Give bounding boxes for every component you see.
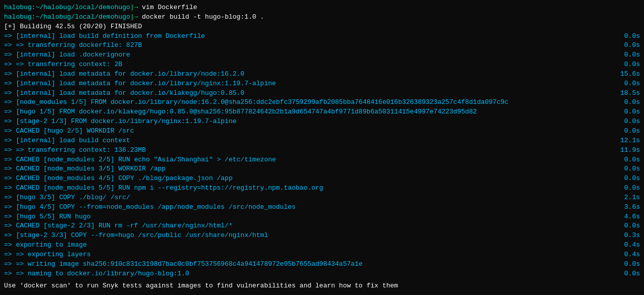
- line-step-10: => [stage-2 1/3] FROM docker.io/library/…: [4, 117, 640, 127]
- line-step-23: => exporting to image 0.4s: [4, 241, 640, 250]
- step-text-8: => [node_modules 1/5] FROM docker.io/lib…: [4, 98, 612, 107]
- time-step-9: 0.0s: [620, 107, 640, 117]
- step-text-16: => CACHED [node_modules 4/5] COPY ./blog…: [4, 174, 612, 184]
- line-step-5: => [internal] load metadata for docker.i…: [4, 70, 640, 79]
- time-step-2: 0.0s: [620, 41, 640, 50]
- step-text-25: => => writing image sha256:910c831c3198d…: [4, 260, 612, 269]
- time-step-16: 0.0s: [620, 174, 640, 184]
- step-text-21: => CACHED [stage-2 2/3] RUN rm -rf /usr/…: [4, 221, 612, 231]
- time-step-7: 18.5s: [620, 89, 640, 98]
- footer-text: Use 'docker scan' to run Snyk tests agai…: [4, 281, 398, 291]
- line-step-17: => CACHED [node_modules 5/5] RUN npm i -…: [4, 184, 640, 193]
- line-step-4: => => transferring context: 2B 0.0s: [4, 60, 640, 70]
- line-build-header: [+] Building 42.5s (20/20) FINISHED: [4, 22, 640, 32]
- step-text-13: => => transferring context: 136.23MB: [4, 146, 612, 155]
- line-step-12: => [internal] load build context 12.1s: [4, 136, 640, 146]
- line-step-8: => [node_modules 1/5] FROM docker.io/lib…: [4, 98, 640, 107]
- line-step-22: => [stage-2 3/3] COPY --from=hugo /src/p…: [4, 231, 640, 241]
- step-text-1: => [internal] load build definition from…: [4, 32, 612, 41]
- step-text-11: => CACHED [hugo 2/5] WORKDIR /src: [4, 127, 612, 136]
- step-text-18: => [hugo 3/5] COPY ./blog/ /src/: [4, 193, 612, 203]
- cmd-2: docker build -t hugo-blog:1.0 .: [138, 13, 264, 21]
- line-step-16: => CACHED [node_modules 4/5] COPY ./blog…: [4, 174, 640, 184]
- step-text-20: => [hugo 5/5] RUN hugo: [4, 212, 612, 222]
- step-text-5: => [internal] load metadata for docker.i…: [4, 70, 612, 79]
- step-text-9: => [hugo 1/5] FROM docker.io/klakegg/hug…: [4, 107, 612, 117]
- time-step-5: 15.6s: [620, 70, 640, 79]
- line-prompt-vim: halobug:~/halobug/local/demohugo|→ vim D…: [4, 3, 640, 13]
- line-step-18: => [hugo 3/5] COPY ./blog/ /src/ 2.1s: [4, 193, 640, 203]
- step-text-17: => CACHED [node_modules 5/5] RUN npm i -…: [4, 184, 612, 193]
- time-step-15: 0.0s: [620, 164, 640, 174]
- line-step-20: => [hugo 5/5] RUN hugo 4.6s: [4, 212, 640, 222]
- time-step-23: 0.4s: [620, 241, 640, 250]
- time-step-25: 0.0s: [620, 260, 640, 269]
- step-text-23: => exporting to image: [4, 241, 612, 250]
- build-header-text: [+] Building 42.5s (20/20) FINISHED: [4, 22, 612, 32]
- line-step-15: => CACHED [node_modules 3/5] WORKDIR /ap…: [4, 164, 640, 174]
- time-step-21: 0.0s: [620, 221, 640, 231]
- step-text-4: => => transferring context: 2B: [4, 60, 612, 70]
- line-step-2: => => transferring dockerfile: 827B 0.0s: [4, 41, 640, 50]
- prompt-arrow-2: |→: [130, 13, 138, 21]
- time-step-11: 0.0s: [620, 127, 640, 136]
- time-step-3: 0.0s: [620, 50, 640, 60]
- prompt-arrow-1: |→: [130, 4, 138, 11]
- time-step-14: 0.0s: [620, 155, 640, 165]
- step-text-19: => [hugo 4/5] COPY --from=node_modules /…: [4, 203, 612, 212]
- line-step-3: => [internal] load .dockerignore 0.0s: [4, 50, 640, 60]
- line-step-24: => => exporting layers 0.4s: [4, 250, 640, 260]
- time-2: [620, 13, 640, 22]
- time-step-18: 2.1s: [620, 193, 640, 203]
- line-step-9: => [hugo 1/5] FROM docker.io/klakegg/hug…: [4, 107, 640, 117]
- step-text-7: => [internal] load metadata for docker.i…: [4, 89, 612, 98]
- time-step-20: 4.6s: [620, 212, 640, 222]
- line-step-26: => => naming to docker.io/library/hugo-b…: [4, 269, 640, 279]
- step-text-3: => [internal] load .dockerignore: [4, 50, 612, 60]
- time-step-26: 0.0s: [620, 269, 640, 279]
- line-step-21: => CACHED [stage-2 2/3] RUN rm -rf /usr/…: [4, 221, 640, 231]
- prompt-user-2: halobug:~/halobug/local/demohugo: [4, 13, 130, 21]
- step-text-24: => => exporting layers: [4, 250, 612, 260]
- line-step-6: => [internal] load metadata for docker.i…: [4, 79, 640, 89]
- line-step-7: => [internal] load metadata for docker.i…: [4, 89, 640, 98]
- time-step-6: 0.0s: [620, 79, 640, 89]
- prompt-user-1: halobug:~/halobug/local/demohugo: [4, 4, 130, 11]
- time-step-4: 0.0s: [620, 60, 640, 70]
- step-text-10: => [stage-2 1/3] FROM docker.io/library/…: [4, 117, 612, 127]
- step-text-12: => [internal] load build context: [4, 136, 612, 146]
- cmd-1: vim Dockerfile: [138, 4, 197, 11]
- time-1: [620, 3, 640, 13]
- step-text-2: => => transferring dockerfile: 827B: [4, 41, 612, 50]
- step-text-6: => [internal] load metadata for docker.i…: [4, 79, 612, 89]
- time-step-10: 0.0s: [620, 117, 640, 127]
- time-step-1: 0.0s: [620, 32, 640, 41]
- line-step-19: => [hugo 4/5] COPY --from=node_modules /…: [4, 203, 640, 212]
- line-step-14: => CACHED [node_modules 2/5] RUN echo "A…: [4, 155, 640, 165]
- time-step-22: 0.3s: [620, 231, 640, 241]
- step-text-26: => => naming to docker.io/library/hugo-b…: [4, 269, 612, 279]
- line-step-11: => CACHED [hugo 2/5] WORKDIR /src 0.0s: [4, 127, 640, 136]
- footer-line: Use 'docker scan' to run Snyk tests agai…: [4, 281, 640, 291]
- time-step-17: 0.0s: [620, 184, 640, 193]
- step-text-22: => [stage-2 3/3] COPY --from=hugo /src/p…: [4, 231, 612, 241]
- time-step-19: 3.6s: [620, 203, 640, 212]
- time-step-8: 0.0s: [620, 98, 640, 107]
- line-step-13: => => transferring context: 136.23MB 11.…: [4, 146, 640, 155]
- line-step-25: => => writing image sha256:910c831c3198d…: [4, 260, 640, 269]
- terminal: halobug:~/halobug/local/demohugo|→ vim D…: [0, 0, 644, 295]
- time-step-13: 11.9s: [620, 146, 640, 155]
- line-step-1: => [internal] load build definition from…: [4, 32, 640, 41]
- time-step-12: 12.1s: [620, 136, 640, 146]
- step-text-14: => CACHED [node_modules 2/5] RUN echo "A…: [4, 155, 612, 165]
- line-prompt-docker: halobug:~/halobug/local/demohugo|→ docke…: [4, 13, 640, 22]
- time-header: [620, 22, 640, 32]
- step-text-15: => CACHED [node_modules 3/5] WORKDIR /ap…: [4, 164, 612, 174]
- time-step-24: 0.4s: [620, 250, 640, 260]
